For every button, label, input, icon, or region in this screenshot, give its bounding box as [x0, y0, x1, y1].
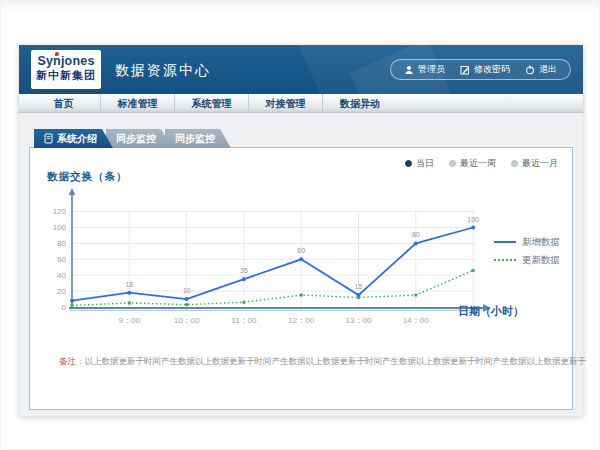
legend-updated-data: 更新数据 [494, 251, 560, 269]
content-area: 系统介绍 同步监控 同步监控 当日 最近一周 [19, 113, 583, 416]
svg-text:12：00: 12：00 [288, 316, 314, 325]
power-icon [525, 65, 535, 75]
svg-text:9：00: 9：00 [119, 316, 141, 325]
tab-label: 系统介绍 [57, 129, 97, 148]
footnote: 备注：以上数据更新于时间产生数据以上数据更新于时间产生数据以上数据更新于时间产生… [59, 356, 586, 368]
company-logo: Synjones 新中新集团 [31, 50, 101, 89]
svg-text:11：00: 11：00 [231, 316, 257, 325]
footnote-prefix: 备注 [59, 356, 76, 366]
svg-text:14：00: 14：00 [403, 316, 429, 325]
footnote-text: ：以上数据更新于时间产生数据以上数据更新于时间产生数据以上数据更新于时间产生数据… [76, 356, 586, 366]
svg-text:0: 0 [62, 303, 67, 312]
portal-page: Synjones 新中新集团 数据资源中心 管理员 修改密码 [19, 45, 583, 416]
chart-legend: 新增数据 更新数据 [494, 233, 560, 269]
tab-label: 同步监控 [116, 129, 156, 148]
x-axis-title: 日期（小时） [458, 304, 524, 319]
nav-item-standard-mgmt[interactable]: 标准管理 [101, 94, 175, 112]
tab-sync-monitor-2[interactable]: 同步监控 [165, 129, 231, 148]
legend-label: 更新数据 [522, 254, 560, 267]
document-icon [44, 133, 53, 144]
edit-icon [460, 65, 470, 75]
screen: Synjones 新中新集团 数据资源中心 管理员 修改密码 [0, 0, 600, 450]
svg-text:35: 35 [240, 267, 248, 274]
svg-text:40: 40 [57, 271, 66, 280]
logo-en-label: Synjones [37, 54, 94, 68]
logout-button[interactable]: 退出 [525, 63, 557, 76]
svg-text:80: 80 [57, 239, 66, 248]
svg-text:100: 100 [53, 223, 67, 232]
svg-text:120: 120 [53, 207, 67, 216]
admin-user-button[interactable]: 管理员 [404, 63, 445, 76]
logout-label: 退出 [539, 63, 557, 76]
tab-sync-monitor-1[interactable]: 同步监控 [106, 129, 172, 148]
solid-line-icon [494, 241, 516, 243]
nav-item-home[interactable]: 首页 [27, 94, 101, 112]
svg-text:10: 10 [183, 287, 191, 294]
svg-text:13：00: 13：00 [346, 316, 372, 325]
nav-item-data-change[interactable]: 数据异动 [323, 94, 397, 112]
legend-new-data: 新增数据 [494, 233, 560, 251]
user-icon [404, 65, 414, 75]
dotted-line-icon [494, 259, 516, 261]
svg-text:80: 80 [412, 231, 420, 238]
logo-red-accent [55, 52, 59, 56]
svg-text:20: 20 [57, 287, 66, 296]
tab-system-intro[interactable]: 系统介绍 [34, 129, 113, 148]
svg-text:18: 18 [125, 281, 133, 288]
page-title: 数据资源中心 [115, 45, 211, 94]
main-nav: 首页 标准管理 系统管理 对接管理 数据异动 [19, 94, 583, 113]
svg-text:10：00: 10：00 [174, 316, 200, 325]
svg-text:60: 60 [297, 247, 305, 254]
legend-label: 新增数据 [522, 236, 560, 249]
admin-user-label: 管理员 [418, 63, 445, 76]
nav-item-system-mgmt[interactable]: 系统管理 [175, 94, 249, 112]
svg-text:60: 60 [57, 255, 66, 264]
tab-bar: 系统介绍 同步监控 同步监控 [34, 129, 224, 148]
svg-text:100: 100 [467, 216, 479, 223]
logo-text-en: Synjones [31, 54, 101, 68]
change-password-label: 修改密码 [474, 63, 510, 76]
nav-item-interface-mgmt[interactable]: 对接管理 [249, 94, 323, 112]
app-header: Synjones 新中新集团 数据资源中心 管理员 修改密码 [19, 45, 583, 94]
logo-text-cn: 新中新集团 [31, 68, 101, 82]
change-password-button[interactable]: 修改密码 [460, 63, 510, 76]
user-toolbar: 管理员 修改密码 退出 [390, 59, 571, 80]
tab-label: 同步监控 [175, 129, 215, 148]
svg-text:15: 15 [355, 283, 363, 290]
chart-panel: 当日 最近一周 最近一月 数据交换（条） 0204060801001209：00… [29, 147, 573, 410]
